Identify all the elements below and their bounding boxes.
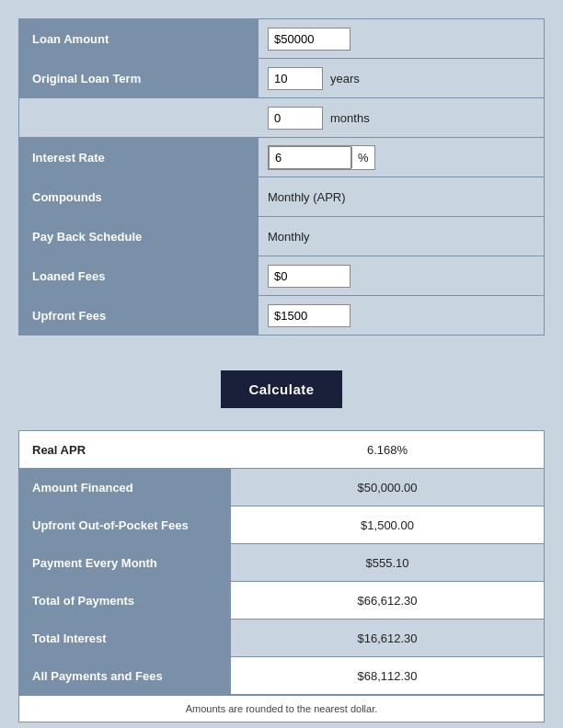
payback-schedule-row: Pay Back Schedule Monthly: [19, 217, 544, 256]
real-apr-label: Real APR: [19, 431, 231, 468]
loan-term-years-input[interactable]: [268, 67, 323, 90]
compounds-value-cell: Monthly (APR): [259, 177, 544, 216]
input-section: Loan Amount Original Loan Term years mon…: [18, 18, 545, 336]
amount-financed-value: $50,000.00: [231, 469, 544, 506]
loan-amount-label: Loan Amount: [19, 19, 259, 58]
amount-financed-label: Amount Financed: [19, 469, 231, 506]
compounds-label: Compounds: [19, 177, 259, 216]
total-payments-value: $66,612.30: [231, 582, 544, 619]
loan-term-months-input[interactable]: [268, 107, 323, 130]
upfront-pocket-fees-label: Upfront Out-of-Pocket Fees: [19, 506, 231, 543]
payment-every-month-label: Payment Every Month: [19, 544, 231, 581]
button-section: Calculate: [18, 354, 545, 430]
loan-term-label: Original Loan Term: [19, 59, 259, 97]
loaned-fees-value-cell: [259, 256, 544, 295]
loan-term-years-row: Original Loan Term years: [19, 59, 544, 98]
interest-input-group: %: [268, 145, 375, 170]
loan-term-months-cell: months: [259, 98, 544, 137]
payback-schedule-label: Pay Back Schedule: [19, 217, 259, 256]
payback-schedule-value: Monthly: [268, 230, 310, 244]
all-payments-fees-label: All Payments and Fees: [19, 657, 231, 694]
all-payments-fees-value: $68,112.30: [231, 657, 544, 694]
percent-unit: %: [351, 147, 374, 168]
total-interest-label: Total Interest: [19, 620, 231, 656]
real-apr-value: 6.168%: [231, 431, 544, 468]
loan-amount-row: Loan Amount: [19, 19, 544, 59]
real-apr-row: Real APR 6.168%: [19, 431, 544, 469]
upfront-fees-label: Upfront Fees: [19, 296, 259, 335]
note-row: Amounts are rounded to the nearest dolla…: [19, 695, 544, 722]
interest-rate-row: Interest Rate %: [19, 138, 544, 177]
payment-every-month-value: $555.10: [231, 544, 544, 581]
loaned-fees-input[interactable]: [268, 265, 350, 288]
upfront-fees-row: Upfront Fees: [19, 296, 544, 335]
main-container: Loan Amount Original Loan Term years mon…: [18, 18, 545, 728]
upfront-fees-input[interactable]: [268, 304, 350, 327]
upfront-pocket-fees-value: $1,500.00: [231, 506, 544, 543]
payback-schedule-value-cell: Monthly: [259, 217, 544, 256]
compounds-row: Compounds Monthly (APR): [19, 177, 544, 217]
all-payments-fees-row: All Payments and Fees $68,112.30: [19, 657, 544, 695]
years-unit-label: years: [330, 72, 360, 85]
loan-amount-value-cell: [259, 19, 544, 58]
amount-financed-row: Amount Financed $50,000.00: [19, 469, 544, 506]
loan-amount-input[interactable]: [268, 28, 350, 51]
months-spacer: [19, 98, 259, 137]
months-unit-label: months: [330, 111, 370, 125]
upfront-fees-value-cell: [259, 296, 544, 335]
calculate-button[interactable]: Calculate: [221, 370, 341, 408]
interest-rate-label: Interest Rate: [19, 138, 259, 176]
total-interest-value: $16,612.30: [231, 620, 544, 656]
payment-every-month-row: Payment Every Month $555.10: [19, 544, 544, 582]
note-text: Amounts are rounded to the nearest dolla…: [186, 703, 378, 714]
interest-rate-input[interactable]: [269, 146, 351, 169]
total-payments-label: Total of Payments: [19, 582, 231, 619]
total-interest-row: Total Interest $16,612.30: [19, 620, 544, 657]
compounds-value: Monthly (APR): [268, 190, 346, 204]
total-payments-row: Total of Payments $66,612.30: [19, 582, 544, 620]
loaned-fees-label: Loaned Fees: [19, 256, 259, 295]
interest-rate-value-cell: %: [259, 138, 544, 176]
loan-term-years-cell: years: [259, 59, 544, 97]
loan-term-months-row: months: [19, 98, 544, 138]
upfront-pocket-fees-row: Upfront Out-of-Pocket Fees $1,500.00: [19, 506, 544, 544]
results-section: Real APR 6.168% Amount Financed $50,000.…: [18, 430, 545, 722]
loaned-fees-row: Loaned Fees: [19, 256, 544, 296]
